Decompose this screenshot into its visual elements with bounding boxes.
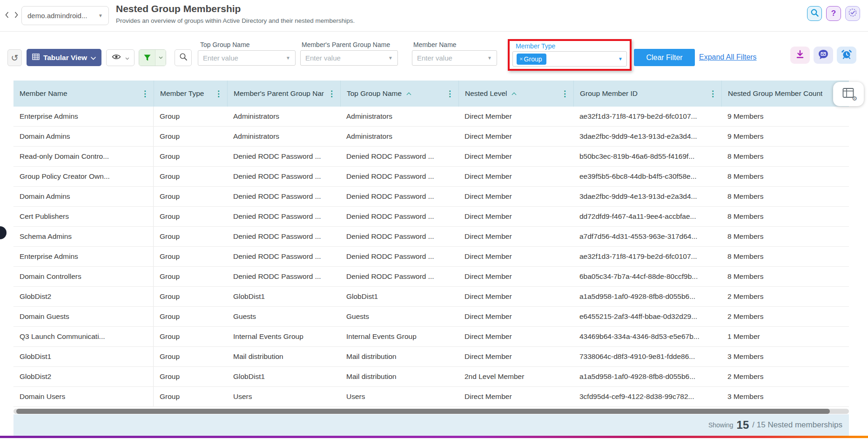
bottom-gradient-bar xyxy=(0,436,868,438)
chat-envelope-icon xyxy=(818,49,828,61)
column-header-member-type[interactable]: Member Type⋮ xyxy=(154,81,227,107)
table-row[interactable]: GlobDist2GroupGlobDist1Mail distribution… xyxy=(13,367,849,387)
cell-member-type: Group xyxy=(154,207,227,226)
column-header-top-group-name[interactable]: Top Group Name⋮ xyxy=(340,81,458,107)
column-visibility-button[interactable] xyxy=(106,49,135,66)
cell-member-s-parent-group-name: Denied RODC Password ... xyxy=(227,187,340,206)
table-row[interactable]: Enterprise AdminsGroupAdministratorsAdmi… xyxy=(13,107,849,127)
dropdown-caret-icon[interactable]: ▼ xyxy=(388,55,393,61)
cell-top-group-name: Guests xyxy=(340,307,458,326)
download-button[interactable] xyxy=(790,47,810,64)
gear-icon: ⚙ xyxy=(852,95,857,102)
schedule-alert-button[interactable] xyxy=(837,47,856,64)
table-row[interactable]: Enterprise AdminsGroupDenied RODC Passwo… xyxy=(13,247,849,267)
table-row[interactable]: Domain AdminsGroupAdministratorsAdminist… xyxy=(13,127,849,147)
horizontal-scrollbar-thumb[interactable] xyxy=(16,409,830,414)
member-type-filter-input[interactable]: × Group ▼ xyxy=(512,51,627,67)
funnel-icon[interactable] xyxy=(139,50,155,66)
horizontal-scrollbar-track[interactable] xyxy=(13,409,849,414)
column-label: Group Member ID xyxy=(580,89,638,98)
column-menu-icon[interactable]: ⋮ xyxy=(211,90,222,98)
dropdown-caret-icon[interactable]: ▼ xyxy=(286,55,290,61)
table-row[interactable]: Group Policy Creator Own...GroupDenied R… xyxy=(13,167,849,187)
column-label: Member Name xyxy=(20,89,67,98)
table-row[interactable]: Domain UsersGroupUsersUsersDirect Member… xyxy=(13,387,849,407)
cell-member-type: Group xyxy=(154,127,227,146)
table-footer: Showing 15 / 15 Nested memberships xyxy=(13,414,849,436)
cell-nested-group-member-count: 8 Members xyxy=(721,267,849,286)
refresh-button[interactable]: ↺ xyxy=(7,49,22,66)
sidebar-peek-button[interactable] xyxy=(0,226,7,239)
dropdown-caret-icon[interactable]: ▼ xyxy=(618,56,623,61)
sort-ascending-icon[interactable] xyxy=(512,92,517,97)
table-row[interactable]: Domain AdminsGroupDenied RODC Password .… xyxy=(13,187,849,207)
table-row[interactable]: Cert PublishersGroupDenied RODC Password… xyxy=(13,207,849,227)
column-header-member-s-parent-group-name[interactable]: Member's Parent Group Name⋮ xyxy=(227,81,340,107)
cell-nested-group-member-count: 2 Members xyxy=(721,307,849,326)
nav-forward-icon[interactable] xyxy=(12,10,20,20)
cell-member-s-parent-group-name: GlobDist1 xyxy=(227,287,340,306)
column-header-nested-level[interactable]: Nested Level⋮ xyxy=(458,81,573,107)
column-header-member-name[interactable]: Member Name⋮ xyxy=(13,81,154,107)
filter-options-chevron[interactable] xyxy=(155,50,166,66)
cell-member-type: Group xyxy=(154,327,227,346)
member-name-filter-input[interactable]: Enter value ▼ xyxy=(412,50,497,66)
cell-top-group-name: Mail distribution xyxy=(340,367,458,386)
cell-nested-level: Direct Member xyxy=(458,247,573,266)
top-group-name-filter-input[interactable]: Enter value ▼ xyxy=(198,50,296,66)
help-button[interactable]: ? xyxy=(826,6,841,21)
dropdown-caret-icon[interactable]: ▼ xyxy=(487,55,492,61)
parent-group-name-filter-input[interactable]: Enter value ▼ xyxy=(300,50,398,66)
feedback-message-button[interactable] xyxy=(814,47,833,64)
cell-member-name: Q3 Launch Communicati... xyxy=(13,327,154,346)
cell-nested-group-member-count: 2 Members xyxy=(721,367,849,386)
cell-member-type: Group xyxy=(154,387,227,406)
expand-all-filters-link[interactable]: Expand All Filters xyxy=(699,53,757,61)
cell-member-s-parent-group-name: Administrators xyxy=(227,127,340,146)
cell-nested-level: Direct Member xyxy=(458,207,573,226)
page-subtitle: Provides an overview of groups within Ac… xyxy=(116,17,355,24)
cell-group-member-id: 3cfd95d4-cef9-4122-8d38-99c782... xyxy=(573,387,721,406)
column-menu-icon[interactable]: ⋮ xyxy=(137,90,149,98)
column-menu-icon[interactable]: ⋮ xyxy=(705,90,717,98)
table-row[interactable]: Read-only Domain Contro...GroupDenied RO… xyxy=(13,147,849,167)
chevron-down-icon: ▼ xyxy=(98,13,103,18)
table-search-button[interactable] xyxy=(175,49,192,66)
nav-back-icon[interactable] xyxy=(3,10,11,20)
search-icon xyxy=(179,53,188,63)
table-row[interactable]: Q3 Launch Communicati...GroupInternal Ev… xyxy=(13,327,849,347)
table-row[interactable]: GlobDist1GroupMail distributionMail dist… xyxy=(13,347,849,367)
table-row[interactable]: Domain ControllersGroupDenied RODC Passw… xyxy=(13,267,849,287)
table-row[interactable]: Schema AdminsGroupDenied RODC Password .… xyxy=(13,227,849,247)
column-header-nested-group-member-count[interactable]: Nested Group Member Count xyxy=(721,81,849,107)
cell-top-group-name: Denied RODC Password ... xyxy=(340,227,458,246)
refresh-icon: ↺ xyxy=(11,53,19,63)
cell-member-name: GlobDist1 xyxy=(13,347,154,366)
clear-filter-button[interactable]: Clear Filter xyxy=(634,49,695,66)
tabular-view-button[interactable]: Tabular View xyxy=(27,49,101,66)
member-type-chip[interactable]: × Group xyxy=(517,54,546,65)
table-row[interactable]: GlobDist2GroupGlobDist1GlobDist1Direct M… xyxy=(13,287,849,307)
cell-group-member-id: 7338064c-d8f3-4910-9e81-fdde86... xyxy=(573,347,721,366)
cell-member-s-parent-group-name: Mail distribution xyxy=(227,347,340,366)
cell-group-member-id: e6455215-2af3-44ff-bbae-0d32d29... xyxy=(573,307,721,326)
global-search-button[interactable] xyxy=(807,6,822,21)
column-menu-icon[interactable]: ⋮ xyxy=(324,90,336,98)
tenant-selector[interactable]: demo.admindroid... ▼ xyxy=(21,6,109,25)
task-status-button[interactable] xyxy=(845,6,860,21)
cell-member-type: Group xyxy=(154,187,227,206)
cell-top-group-name: Denied RODC Password ... xyxy=(340,247,458,266)
chip-remove-icon[interactable]: × xyxy=(519,55,523,62)
column-label: Member Type xyxy=(160,89,204,98)
sort-ascending-icon[interactable] xyxy=(407,92,411,97)
column-menu-icon[interactable]: ⋮ xyxy=(442,90,454,98)
cell-nested-group-member-count: 1 Member xyxy=(721,327,849,346)
table-row[interactable]: Domain GuestsGroupGuestsGuestsDirect Mem… xyxy=(13,307,849,327)
column-header-group-member-id[interactable]: Group Member ID⋮ xyxy=(573,81,721,107)
column-menu-icon[interactable]: ⋮ xyxy=(557,90,569,98)
cell-group-member-id: 3dae2fbc-9dd9-4e13-913d-e2a3d4... xyxy=(573,127,721,146)
cell-nested-level: Direct Member xyxy=(458,307,573,326)
cell-top-group-name: Mail distribution xyxy=(340,347,458,366)
filter-button[interactable] xyxy=(139,49,166,66)
column-settings-button[interactable]: ⚙ xyxy=(833,82,864,106)
